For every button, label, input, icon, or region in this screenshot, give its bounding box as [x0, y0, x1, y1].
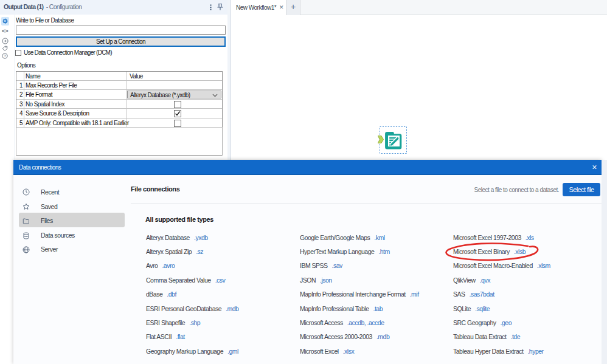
svg-text:?: ?	[4, 54, 6, 58]
